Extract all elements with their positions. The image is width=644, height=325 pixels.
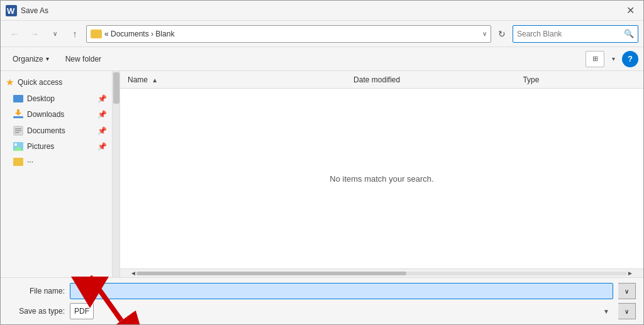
sort-arrow-icon: ▲ <box>152 77 158 84</box>
forward-button[interactable]: → <box>26 25 43 43</box>
scroll-left-arrow[interactable]: ◄ <box>130 270 136 277</box>
col-date-header[interactable]: Date modified <box>353 75 523 84</box>
pin-icon: 📌 <box>97 110 107 119</box>
documents-icon <box>13 126 23 136</box>
svg-rect-7 <box>15 130 21 131</box>
sidebar-item-label: Quick access <box>18 78 107 87</box>
dialog-title: Save As <box>21 6 622 15</box>
main-area: ★ Quick access Desktop 📌 Downlo <box>1 71 643 277</box>
address-bar[interactable]: « Documents › Blank ∨ <box>86 25 491 43</box>
sidebar-scroll-thumb <box>113 72 119 104</box>
svg-text:W: W <box>7 6 15 16</box>
filetype-select-wrapper: PDF ▼ <box>70 303 613 319</box>
col-type-header[interactable]: Type <box>523 75 636 84</box>
sidebar-item-documents[interactable]: Documents 📌 <box>1 123 112 139</box>
toolbar: Organize ▾ New folder ⊞ ▾ ? <box>1 47 643 71</box>
scroll-track <box>136 272 627 275</box>
organize-button[interactable]: Organize ▾ <box>6 51 56 67</box>
close-button[interactable]: ✕ <box>622 3 638 19</box>
new-folder-button[interactable]: New folder <box>58 51 108 67</box>
filetype-dropdown-button[interactable]: ∨ <box>618 303 636 319</box>
sidebar-item-quick-access[interactable]: ★ Quick access <box>1 74 112 91</box>
sidebar-item-label: Downloads <box>27 110 94 119</box>
refresh-button[interactable]: ↻ <box>494 26 510 42</box>
address-text: « Documents › Blank <box>104 30 480 38</box>
sidebar-item-label: Pictures <box>27 142 94 151</box>
folder-icon <box>91 30 102 38</box>
back-button[interactable]: ← <box>6 25 23 43</box>
empty-message: No items match your search. <box>330 174 433 184</box>
file-content: No items match your search. <box>120 89 643 268</box>
file-header: Name ▲ Date modified Type <box>120 71 643 89</box>
dropdown-button[interactable]: ∨ <box>46 25 64 43</box>
file-area: Name ▲ Date modified Type No items match… <box>120 71 643 277</box>
pin-icon: 📌 <box>97 142 107 151</box>
pictures-icon <box>13 142 23 151</box>
title-bar: W Save As ✕ <box>1 1 643 21</box>
sidebar-nav: ★ Quick access Desktop 📌 Downlo <box>1 71 112 277</box>
scroll-right-arrow[interactable]: ► <box>627 270 633 277</box>
svg-point-10 <box>14 143 17 146</box>
view-toggle-button[interactable]: ⊞ <box>586 51 604 67</box>
address-dropdown-icon[interactable]: ∨ <box>482 30 487 37</box>
select-arrow-icon: ▼ <box>603 308 609 315</box>
pin-icon: 📌 <box>97 94 107 103</box>
sidebar-item-label: Documents <box>27 126 94 135</box>
sidebar-scrollbar[interactable] <box>112 71 119 277</box>
sidebar-item-label: Desktop <box>27 94 94 103</box>
filetype-label: Save as type: <box>8 307 65 316</box>
form-container: File name: ∨ Save as type: PDF ▼ ∨ <box>8 283 636 319</box>
quick-access-icon: ★ <box>6 77 14 88</box>
svg-rect-8 <box>15 132 19 133</box>
svg-rect-6 <box>15 128 21 129</box>
folder-icon <box>13 158 23 166</box>
search-box[interactable]: 🔍 <box>513 25 638 43</box>
filename-row: File name: ∨ <box>8 283 636 299</box>
sidebar: ★ Quick access Desktop 📌 Downlo <box>1 71 120 277</box>
filename-input[interactable] <box>70 283 613 299</box>
sidebar-item-desktop[interactable]: Desktop 📌 <box>1 91 112 106</box>
desktop-icon <box>13 95 23 102</box>
help-button[interactable]: ? <box>622 51 638 67</box>
col-name-header[interactable]: Name ▲ <box>128 75 353 84</box>
horizontal-scrollbar[interactable]: ◄ ► <box>120 268 643 277</box>
filename-label: File name: <box>8 287 65 295</box>
scroll-thumb <box>136 272 406 275</box>
search-icon: 🔍 <box>624 29 634 38</box>
save-as-dialog: W Save As ✕ ← → ∨ ↑ « Documents › Blank … <box>0 0 644 325</box>
sidebar-item-other[interactable]: ··· <box>1 154 112 169</box>
svg-rect-2 <box>13 116 23 118</box>
bottom-form: File name: ∨ Save as type: PDF ▼ ∨ <box>1 277 643 324</box>
sidebar-item-label: ··· <box>27 157 107 166</box>
nav-bar: ← → ∨ ↑ « Documents › Blank ∨ ↻ 🔍 <box>1 21 643 47</box>
filetype-row: Save as type: PDF ▼ ∨ <box>8 303 636 319</box>
pin-icon: 📌 <box>97 126 107 135</box>
downloads-icon <box>13 109 23 119</box>
sidebar-item-downloads[interactable]: Downloads 📌 <box>1 106 112 123</box>
sidebar-item-pictures[interactable]: Pictures 📌 <box>1 139 112 154</box>
view-dropdown-button[interactable]: ▾ <box>607 50 619 68</box>
filetype-select[interactable]: PDF <box>70 303 94 319</box>
svg-rect-4 <box>17 109 19 113</box>
filename-dropdown-button[interactable]: ∨ <box>618 283 636 299</box>
search-input[interactable] <box>517 30 624 38</box>
word-icon: W <box>6 5 17 16</box>
up-button[interactable]: ↑ <box>66 25 84 43</box>
